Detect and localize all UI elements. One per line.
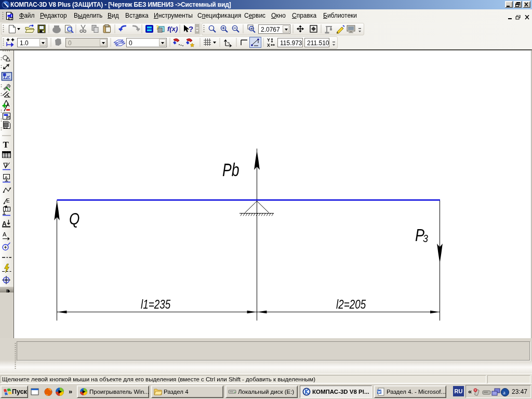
svg-text:Y: Y [267,37,270,43]
svg-text:l2=205: l2=205 [336,298,366,311]
svg-text:Q: Q [69,210,79,228]
svg-text:a: a [503,389,506,395]
svg-text:X: X [267,43,270,48]
svg-text:E: E [6,198,10,204]
svg-text:l1=235: l1=235 [141,298,170,311]
svg-text:A: A [3,231,7,237]
svg-text:f(x): f(x) [167,25,178,33]
svg-text:Pb: Pb [222,159,240,180]
svg-text:T: T [3,140,9,150]
svg-text:?: ? [189,24,193,33]
svg-text:A: A [5,175,8,180]
svg-text:3: 3 [423,232,428,245]
